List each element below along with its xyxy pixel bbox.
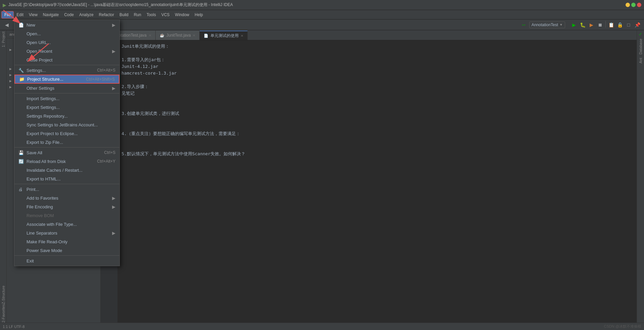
tab-danyuanceshi[interactable]: 📄 单元测试的使用 ✕ xyxy=(200,31,248,40)
sidebar-icons-left: 1: Project Z-Structure 2-Favorites xyxy=(0,30,7,323)
menu-vcs[interactable]: VCS xyxy=(159,11,172,18)
tab-junitest[interactable]: ☕ JunitTest.java ✕ xyxy=(156,31,200,40)
menu-line-separators[interactable]: Line Separators ▶ xyxy=(14,229,119,237)
menu-export-settings[interactable]: Export Settings... xyxy=(14,103,119,112)
debug-button[interactable]: 🐛 xyxy=(579,21,587,29)
line-sep-arrow: ▶ xyxy=(112,231,115,236)
open-label: Open... xyxy=(27,31,115,36)
menu-run[interactable]: Run xyxy=(131,11,144,18)
menu-associate-file-type[interactable]: Associate with File Type... xyxy=(14,220,119,229)
menu-make-read-only[interactable]: Make File Read-Only xyxy=(14,237,119,246)
menu-project-structure[interactable]: 📁 Project Structure... Ctrl+Alt+Shift+S xyxy=(14,75,119,84)
menu-section-4: 💾 Save All Ctrl+S 🔄 Reload All from Disk… xyxy=(14,148,119,184)
print-icon: 🖨 xyxy=(18,187,24,192)
toolbar-extra2[interactable]: 🔒 xyxy=(616,21,624,29)
menu-settings-repo[interactable]: Settings Repository... xyxy=(14,112,119,120)
tab-close-1[interactable]: ✕ xyxy=(149,34,151,37)
menu-export-html[interactable]: Export to HTML... xyxy=(14,174,119,183)
minimize-button[interactable] xyxy=(626,3,630,7)
sidebar-structure-label[interactable]: Z-Structure xyxy=(1,286,5,304)
menu-file[interactable]: File xyxy=(1,11,14,18)
menu-open[interactable]: Open... xyxy=(14,29,119,38)
menu-save-all[interactable]: 💾 Save All Ctrl+S xyxy=(14,148,119,157)
run-with-coverage[interactable]: ▶ xyxy=(587,21,595,29)
menu-view[interactable]: View xyxy=(26,11,40,18)
menu-navigate[interactable]: Navigate xyxy=(40,11,61,18)
power-save-label: Power Save Mode xyxy=(27,248,115,253)
tree-arrow-5: ▶ xyxy=(9,67,13,71)
open-recent-arrow: ▶ xyxy=(112,49,115,54)
toolbar-extra3[interactable]: □ xyxy=(625,21,633,29)
watermark: CSDN @冰默不准偷模 xyxy=(604,324,641,329)
toolbar-extra4[interactable]: 📌 xyxy=(633,21,641,29)
tab-close-3[interactable]: ✕ xyxy=(241,34,243,38)
menu-help[interactable]: Help xyxy=(192,11,206,18)
toolbar-extra1[interactable]: 📋 xyxy=(607,21,615,29)
menu-sync-settings[interactable]: Sync Settings to JetBrains Account... xyxy=(14,120,119,129)
maximize-button[interactable] xyxy=(631,3,636,7)
code-line-15 xyxy=(121,137,633,144)
run-button[interactable]: ▶ xyxy=(570,21,578,29)
stop-button[interactable]: ⏹ xyxy=(596,21,604,29)
menu-code[interactable]: Code xyxy=(61,11,77,18)
project-structure-label: Project Structure... xyxy=(27,77,83,82)
tab-java-icon-2: ☕ xyxy=(160,33,164,38)
app-icon: ▶ xyxy=(3,2,6,8)
open-url-label: Open URL... xyxy=(27,40,115,45)
menu-bar: File Edit View Navigate Code Analyze Ref… xyxy=(0,10,644,19)
menu-reload-all[interactable]: 🔄 Reload All from Disk Ctrl+Alt+Y xyxy=(14,157,119,166)
menu-import-settings[interactable]: Import Settings... xyxy=(14,94,119,103)
menu-analyze[interactable]: Analyze xyxy=(77,11,96,18)
sidebar-project-label[interactable]: 1: Project xyxy=(1,32,5,47)
tab-label-3: 单元测试的使用 xyxy=(210,33,239,39)
run-config-label: AnnotationTest xyxy=(532,23,558,27)
menu-build[interactable]: Build xyxy=(117,11,131,18)
code-line-4: Junit-4.12.jar xyxy=(121,63,633,70)
toolbar-back[interactable]: ◀ xyxy=(3,21,11,29)
export-html-label: Export to HTML... xyxy=(27,176,115,181)
menu-export-eclipse[interactable]: Export Project to Eclipse... xyxy=(14,129,119,138)
sidebar-favorites-label[interactable]: 2-Favorites xyxy=(1,304,5,323)
sidebar-check-icon[interactable]: ✓ xyxy=(639,32,642,37)
export-zip-label: Export to Zip File... xyxy=(27,140,115,145)
menu-invalidate-caches[interactable]: Invalidate Caches / Restart... xyxy=(14,166,119,174)
other-settings-arrow: ▶ xyxy=(112,86,115,91)
tab-close-2[interactable]: ✕ xyxy=(193,34,195,37)
menu-refactor[interactable]: Refactor xyxy=(96,11,117,18)
tab-bar: ☕ AnnotationTest.java ✕ ☕ JunitTest.java… xyxy=(101,30,637,40)
menu-settings[interactable]: 🔧 Settings... Ctrl+Alt+S xyxy=(14,66,119,75)
line-sep-label: Line Separators xyxy=(27,231,111,236)
menu-close-project[interactable]: Close Project xyxy=(14,55,119,64)
settings-repo-label: Settings Repository... xyxy=(27,114,115,119)
tree-arrow-8: ▶ xyxy=(9,85,13,89)
menu-tools[interactable]: Tools xyxy=(144,11,159,18)
code-line-10 xyxy=(121,104,633,110)
menu-edit[interactable]: Edit xyxy=(14,11,26,18)
menu-export-zip[interactable]: Export to Zip File... xyxy=(14,138,119,147)
exit-label: Exit xyxy=(27,258,115,263)
menu-other-settings[interactable]: Other Settings ▶ xyxy=(14,84,119,92)
sidebar-ant-label[interactable]: Ant xyxy=(639,56,643,65)
menu-print[interactable]: 🖨 Print... xyxy=(14,185,119,194)
editor-area: ☕ AnnotationTest.java ✕ ☕ JunitTest.java… xyxy=(101,30,637,323)
close-button[interactable] xyxy=(637,3,641,7)
menu-file-encoding[interactable]: File Encoding ▶ xyxy=(14,202,119,211)
menu-power-save[interactable]: Power Save Mode xyxy=(14,246,119,255)
tree-arrow-2: ▶ xyxy=(9,48,13,51)
sidebar-database-label[interactable]: Database xyxy=(639,37,643,56)
code-line-7: 2.导入步骤： xyxy=(121,83,633,90)
settings-shortcut: Ctrl+Alt+S xyxy=(97,68,115,73)
reload-all-shortcut: Ctrl+Alt+Y xyxy=(97,159,115,164)
menu-window[interactable]: Window xyxy=(172,11,192,18)
menu-remove-bom[interactable]: Remove BOM xyxy=(14,211,119,220)
export-eclipse-label: Export Project to Eclipse... xyxy=(27,131,115,136)
other-settings-label: Other Settings xyxy=(27,86,111,91)
menu-open-url[interactable]: Open URL... xyxy=(14,38,119,47)
menu-open-recent[interactable]: Open Recent ▶ xyxy=(14,47,119,55)
menu-add-to-favorites[interactable]: Add to Favorites ▶ xyxy=(14,194,119,202)
favorites-arrow: ▶ xyxy=(112,196,115,201)
menu-new[interactable]: 📄 New ▶ xyxy=(14,20,119,29)
run-config-selector[interactable]: AnnotationTest ▼ xyxy=(529,22,565,28)
menu-exit[interactable]: Exit xyxy=(14,256,119,265)
code-area[interactable]: Junit单元测试的使用： 1.需要导入的jar包： Junit-4.12.ja… xyxy=(117,40,637,323)
